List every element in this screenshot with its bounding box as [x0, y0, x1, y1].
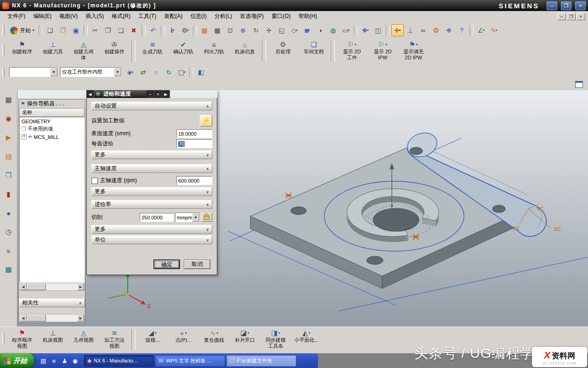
toolbar-grip[interactable] — [2, 25, 5, 35]
tree-row[interactable]: + ✛ MCS_MILL — [20, 133, 84, 141]
scroll-right-icon[interactable]: ▶ — [77, 283, 84, 290]
separator[interactable] — [189, 67, 193, 77]
save-icon[interactable]: ▣ — [70, 24, 82, 36]
task-folder[interactable]: ❒ F:\y\新建文件夹 — [226, 355, 296, 367]
selection-info-icon[interactable]: ℹ ▾ — [166, 24, 179, 36]
gauge-icon[interactable]: ▮ — [3, 188, 15, 200]
selection-filter-combo[interactable]: ▼ — [9, 67, 58, 77]
globe-icon[interactable]: ● — [3, 207, 15, 219]
window-layout-icon[interactable]: ❖ ▾ — [359, 24, 372, 36]
tree-row[interactable]: ❒ 不使用的项 — [20, 125, 84, 133]
dialog-close-icon[interactable]: × — [154, 90, 162, 98]
context-help-icon[interactable]: ? — [456, 24, 468, 36]
create-geometry-button[interactable]: ◬ 创建几何 体 — [68, 39, 99, 62]
menu-item[interactable]: 装配(A) — [160, 12, 186, 21]
expander-box[interactable]: + — [22, 134, 27, 139]
composite-curve-button[interactable]: ∿ ▾ 复合曲线 — [199, 328, 229, 344]
show-desktop-icon[interactable]: ▤ — [39, 356, 48, 365]
menu-item[interactable]: 插入(S) — [82, 12, 107, 21]
material-icon[interactable]: ◍ — [327, 24, 339, 36]
cancel-button[interactable]: 取消 — [184, 259, 210, 269]
part-navigator-icon[interactable]: ▶ — [3, 132, 15, 144]
close-button[interactable]: × — [575, 1, 586, 10]
shade-mode-icon[interactable]: ▩ — [211, 24, 224, 36]
separator[interactable] — [193, 25, 197, 35]
generate-toolpath-button[interactable]: ≋ 生成刀轨 — [137, 39, 168, 56]
auto-settings-section[interactable]: 自动设置 ∧ — [91, 102, 212, 110]
separator[interactable] — [262, 40, 266, 62]
chevron-down-icon[interactable]: ▼ — [50, 68, 57, 76]
rectangle-select-icon[interactable]: ▢ ▾ — [175, 66, 188, 78]
tree-row[interactable]: GEOMETRY — [20, 117, 84, 125]
sketch-icon[interactable]: ✎ ▾ — [488, 24, 500, 36]
show-2d-ipw-button[interactable]: ⚐ ▾ 显示 2D IPW — [368, 39, 398, 62]
light-icon[interactable]: ❉ — [443, 24, 455, 36]
task-wps[interactable]: W WPS 文字 抢鲜版 ... — [155, 355, 225, 367]
menu-item[interactable]: 文件(F) — [4, 12, 29, 21]
new-file-icon[interactable]: ❏ — [44, 24, 57, 36]
menu-item[interactable]: 编辑(E) — [29, 12, 55, 21]
pin-icon[interactable]: ◉ — [3, 113, 15, 125]
dialog-minimize-icon[interactable]: – — [147, 90, 154, 98]
create-operation-button[interactable]: ✇ 创建操作 — [99, 39, 130, 56]
separator[interactable] — [84, 25, 88, 35]
mdi-minimize-button[interactable]: – — [557, 13, 566, 20]
background-color-icon[interactable]: ▭ ▾ — [340, 24, 352, 36]
scroll-left-icon[interactable]: ◀ — [20, 315, 27, 322]
menu-item[interactable]: 窗口(O) — [268, 12, 294, 21]
separator[interactable] — [331, 40, 335, 62]
dependencies-section-bar[interactable]: 相关性 ∧ — [19, 299, 85, 307]
snap-point-icon[interactable]: ◈ ▾ — [124, 66, 136, 78]
scroll-right-icon[interactable]: ▶ — [77, 315, 84, 322]
more-bar-auto[interactable]: 更多 ∨ — [91, 150, 212, 159]
notes-icon[interactable]: ≡ — [3, 245, 15, 257]
measure-icon[interactable]: ∠ ▾ — [475, 24, 487, 36]
create-tool-button[interactable]: ⊥ 创建刀具 — [38, 39, 68, 56]
verify-toolpath-button[interactable]: ✔ 确认刀轨 — [168, 39, 198, 56]
sphere-display-icon[interactable]: ❂ — [430, 24, 442, 36]
dependencies-hscrollbar[interactable]: ◀ ▶ — [19, 314, 85, 322]
geometry-view-button[interactable]: ◬ 几何视图 — [68, 328, 99, 344]
toolbar-grip[interactable] — [2, 46, 5, 56]
history-icon[interactable]: ◷ — [3, 226, 15, 238]
scroll-track[interactable] — [46, 315, 77, 322]
menu-item[interactable]: 分析(L) — [211, 12, 236, 21]
list-toolpath-button[interactable]: ≡ 列出刀轨 — [199, 39, 229, 56]
point-button[interactable]: + ▾ 点(P)... — [168, 328, 198, 344]
separator[interactable] — [354, 25, 358, 35]
menu-item[interactable]: 视图(V) — [56, 12, 81, 21]
shaded-view-icon[interactable]: ◙ ▾ — [301, 24, 314, 36]
surface-speed-field[interactable]: 18.0000 — [176, 129, 212, 138]
show-2d-workpiece-button[interactable]: ⚐ ▾ 显示 2D 工件 — [337, 39, 367, 62]
postprocess-button[interactable]: ⚙ 后处理 — [268, 39, 298, 56]
separator[interactable] — [131, 40, 136, 62]
snap-grid-icon[interactable]: ▦ — [198, 24, 211, 36]
task-nx[interactable]: ◆ NX 6 - Manufactu... — [84, 355, 154, 367]
minimize-button[interactable]: – — [547, 1, 557, 10]
separator[interactable] — [386, 25, 390, 35]
name-column-header[interactable]: 名称 — [19, 108, 85, 117]
facet-button[interactable]: ◭ ▾ 小平面化... — [291, 328, 322, 344]
more-bar-feed[interactable]: 更多 ∨ — [91, 225, 212, 234]
separator[interactable] — [469, 25, 474, 35]
rail-forward-icon[interactable]: ▶ — [162, 90, 170, 98]
swap-selection-icon[interactable]: ⇄ — [137, 66, 149, 78]
synchronous-modeling-button[interactable]: ◨ ▾ 同步建模 工具条 — [260, 328, 291, 350]
machining-method-view-button[interactable]: ≋ 加工方法 视图 — [99, 328, 130, 350]
menu-item[interactable]: 帮助(H) — [295, 12, 321, 21]
navigator-header[interactable]: ⚑ 操作导航器 . . . — [19, 99, 85, 108]
patch-opening-button[interactable]: ◪ ▾ 补片开口 — [230, 328, 260, 344]
spindle-speed-section[interactable]: 主轴速度 ∧ — [91, 164, 212, 173]
qq-icon[interactable]: ♟ — [60, 356, 69, 365]
menu-item[interactable]: 工具(T) — [135, 12, 160, 21]
palette-icon[interactable]: ▩ — [3, 264, 15, 276]
rail-back-icon[interactable]: ◀ — [86, 90, 94, 98]
cut-icon[interactable]: ✂ — [89, 24, 102, 36]
mdi-restore-button[interactable]: ❐ — [567, 13, 576, 20]
cut-feed-field[interactable]: 250.0000 — [140, 213, 174, 222]
lock-feed-button[interactable] — [201, 213, 212, 222]
shop-documentation-button[interactable]: ❏ 车间文档 — [299, 39, 329, 56]
tree-hscrollbar[interactable]: ◀ ▶ — [19, 283, 85, 291]
machine-tool-view-button[interactable]: ⊥ 机床视图 — [38, 328, 68, 344]
maximize-button[interactable]: ❐ — [561, 1, 571, 10]
